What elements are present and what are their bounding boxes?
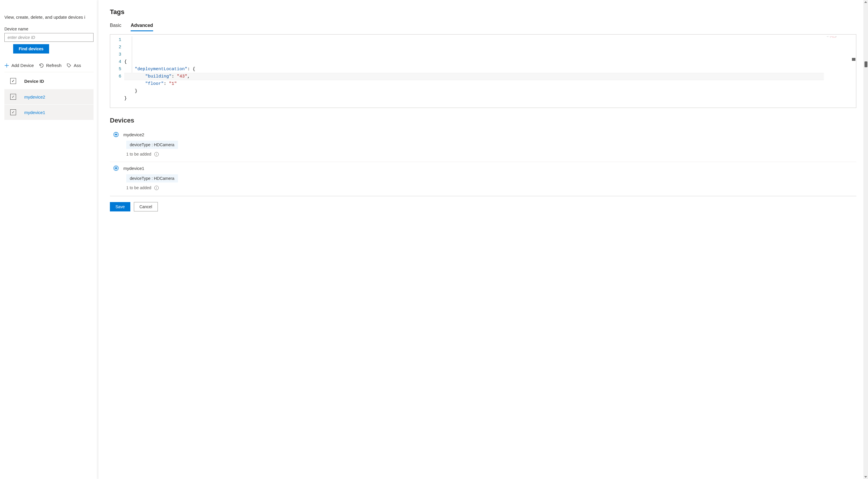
cancel-button[interactable]: Cancel xyxy=(134,202,158,211)
editor-gutter: 1 2 3 4 5 6 xyxy=(110,34,124,108)
device-toolbar: Add Device Refresh Ass xyxy=(4,63,94,72)
editor-minimap[interactable] xyxy=(827,36,850,40)
svg-rect-1 xyxy=(115,133,117,136)
device-list-panel: View, create, delete, and update devices… xyxy=(0,0,98,479)
add-device-button[interactable]: Add Device xyxy=(4,63,34,68)
panel-footer: Save Cancel xyxy=(110,196,856,211)
add-device-label: Add Device xyxy=(11,63,34,68)
info-icon[interactable]: i xyxy=(154,186,159,190)
tab-basic[interactable]: Basic xyxy=(110,21,121,31)
json-editor[interactable]: 1 2 3 4 5 6 { "deploymentLocation": { "b… xyxy=(110,34,856,108)
scroll-down-icon[interactable] xyxy=(864,476,867,478)
device-card: mydevice1 deviceType : HDCamera 1 to be … xyxy=(110,162,856,196)
row-checkbox[interactable]: ✓ xyxy=(10,109,16,115)
device-id-column-header: Device ID xyxy=(24,79,44,84)
refresh-button[interactable]: Refresh xyxy=(39,63,62,68)
save-button[interactable]: Save xyxy=(110,202,130,211)
tab-advanced[interactable]: Advanced xyxy=(131,21,153,31)
devices-section: Devices mydevice2 deviceType : HDCamera … xyxy=(110,117,856,196)
to-be-added-line: 1 to be added i xyxy=(126,152,854,156)
device-id-input[interactable] xyxy=(4,33,94,42)
tag-icon xyxy=(67,63,71,68)
device-card: mydevice2 deviceType : HDCamera 1 to be … xyxy=(110,128,856,162)
svg-rect-3 xyxy=(115,167,117,169)
tags-title: Tags xyxy=(110,8,856,16)
device-name: mydevice1 xyxy=(123,166,144,171)
device-row[interactable]: ✓ mydevice1 xyxy=(4,105,94,120)
device-name-label: Device name xyxy=(4,27,94,31)
select-all-checkbox[interactable]: ✓ xyxy=(10,78,16,84)
device-row[interactable]: ✓ mydevice2 xyxy=(4,89,94,104)
chip-icon xyxy=(113,165,119,171)
page-scrollbar[interactable] xyxy=(863,0,868,479)
info-icon[interactable]: i xyxy=(154,152,159,156)
intro-text: View, create, delete, and update devices… xyxy=(4,14,94,20)
scroll-up-icon[interactable] xyxy=(864,1,867,3)
assign-button[interactable]: Ass xyxy=(67,63,81,68)
device-tag-chip: deviceType : HDCamera xyxy=(126,174,178,182)
tags-tabs: Basic Advanced xyxy=(110,21,856,31)
device-link[interactable]: mydevice1 xyxy=(24,110,45,115)
to-be-added-line: 1 to be added i xyxy=(126,185,854,190)
row-checkbox[interactable]: ✓ xyxy=(10,94,16,100)
plus-icon xyxy=(4,63,9,68)
chip-icon xyxy=(113,131,119,138)
editor-body[interactable]: { "deploymentLocation": { "building": "4… xyxy=(124,34,856,108)
devices-section-title: Devices xyxy=(110,117,856,124)
scroll-thumb[interactable] xyxy=(865,61,867,67)
device-tag-chip: deviceType : HDCamera xyxy=(126,141,178,149)
find-devices-button[interactable]: Find devices xyxy=(13,44,49,54)
device-table-header: ✓ Device ID xyxy=(4,72,94,89)
tags-panel: Tags Basic Advanced 1 2 3 4 5 6 { "deplo… xyxy=(98,0,868,479)
refresh-label: Refresh xyxy=(46,63,62,68)
device-link[interactable]: mydevice2 xyxy=(24,94,45,99)
assign-label: Ass xyxy=(74,63,81,68)
device-name: mydevice2 xyxy=(123,132,144,137)
refresh-icon xyxy=(39,63,44,68)
